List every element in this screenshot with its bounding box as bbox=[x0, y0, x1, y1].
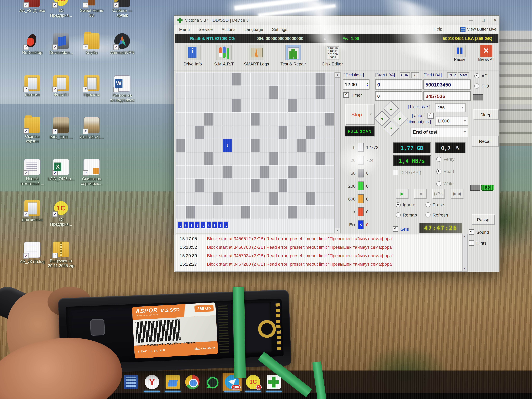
api-option[interactable]: API bbox=[474, 73, 489, 78]
desktop-icon-ом-к-[interactable]: ↗ом-К... bbox=[0, 117, 6, 139]
grid-option[interactable]: Grid bbox=[393, 226, 409, 232]
timer-option[interactable]: Timer bbox=[343, 92, 362, 98]
desktop-icon-выгрузка-от[interactable]: ↗Выгрузка от 29.11.2025.zip bbox=[46, 241, 76, 268]
desktop-icon-новый[interactable]: ↗Новый текстовый ... bbox=[17, 159, 48, 186]
end-max-button[interactable]: MAX bbox=[458, 72, 469, 78]
desktop-icon-mium-[interactable]: ↗mium... bbox=[0, 200, 6, 222]
sleep-button[interactable]: Sleep bbox=[473, 109, 499, 120]
back-button[interactable]: ◀ bbox=[414, 189, 427, 199]
desktop-icon-x64-exe[interactable]: ↗x64.exe bbox=[0, 159, 6, 181]
log-scroll-up-icon[interactable]: ▲ bbox=[463, 234, 467, 239]
timer-checkbox[interactable] bbox=[343, 92, 349, 98]
desktop-icon-гопла-[interactable]: ↗гопла... ЮЛ bbox=[0, 241, 6, 269]
scroll-up-icon[interactable]: ▲ bbox=[335, 72, 340, 78]
desktop-icon-t-net[interactable]: ↗t.net bbox=[0, 75, 6, 98]
action-radio[interactable] bbox=[396, 202, 401, 207]
desktop-icon-список-на[interactable]: ↗Список на эл.подп.docx bbox=[107, 75, 137, 102]
pio-option[interactable]: PIO bbox=[474, 83, 489, 89]
toolbar-logs-button[interactable]: SMART Logs bbox=[242, 45, 271, 66]
map-scrollbar[interactable]: ▲ ▼ bbox=[335, 72, 341, 233]
desktop-icon-проекты[interactable]: ↗Проекты bbox=[76, 75, 107, 97]
block-size-select[interactable]: 256▼ bbox=[435, 103, 466, 112]
title-bar[interactable]: Victoria 5.37 HDD/SSD | Device 3 — □ ✕ bbox=[174, 16, 499, 25]
toolbar-info-button[interactable]: Drive Info bbox=[178, 45, 207, 66]
view-buffer-live[interactable]: View Buffer Live bbox=[460, 25, 496, 34]
taskbar-file-explorer[interactable] bbox=[163, 373, 182, 391]
toolbar-pause-button[interactable]: Pause bbox=[448, 45, 472, 62]
mode-write[interactable]: Write bbox=[436, 181, 454, 186]
passp-button[interactable]: Passp bbox=[472, 215, 495, 225]
menu-actions[interactable]: Actions bbox=[222, 27, 235, 32]
end-time-spinner[interactable]: ▲▼ bbox=[366, 82, 368, 87]
log-scroll-down-icon[interactable]: ▼ bbox=[463, 267, 467, 271]
seek-error-button[interactable]: ▷?◁ bbox=[432, 189, 445, 199]
taskbar-app-window[interactable] bbox=[121, 373, 140, 391]
desktop-icon-sweet-home[interactable]: ↗Sweet Home 3D bbox=[76, 0, 107, 18]
stop-dropdown-icon[interactable]: ▼ bbox=[367, 104, 374, 125]
taskbar-1c-app[interactable]: 1 bbox=[244, 373, 263, 391]
taskbar-yandex-browser[interactable] bbox=[142, 373, 161, 391]
recall-button[interactable]: Recall bbox=[472, 136, 499, 147]
desktop-icon-aa_v3-2-log[interactable]: ↗AA_v3 (2).log bbox=[17, 241, 48, 264]
auto-checkbox[interactable] bbox=[427, 113, 434, 119]
timer-end-field[interactable]: 3457536 bbox=[424, 91, 471, 101]
ddd-option[interactable]: DDD (API) bbox=[393, 170, 421, 175]
minimize-button[interactable]: — bbox=[469, 18, 473, 23]
pio-radio[interactable] bbox=[474, 83, 479, 89]
end-cur-button[interactable]: CUR bbox=[447, 72, 457, 78]
action-refresh[interactable]: Refresh bbox=[425, 212, 448, 217]
toolbar-test-button[interactable]: Test & Repair bbox=[279, 45, 307, 66]
end-time-field[interactable]: 12:00 ▲▼ bbox=[343, 79, 369, 89]
start-lba-field[interactable]: 0 bbox=[375, 79, 422, 89]
action-radio[interactable] bbox=[425, 212, 431, 217]
desktop-icon-1с[interactable]: ↗1С Предприя... bbox=[46, 0, 76, 18]
hints-option[interactable]: Hints bbox=[469, 240, 486, 246]
taskbar-green-cross-app[interactable] bbox=[264, 373, 283, 391]
menu-help[interactable]: Help bbox=[434, 25, 442, 34]
nav-right-button[interactable]: ▶ bbox=[393, 111, 408, 126]
desktop-icon-capture-[interactable]: ↗Capture — ярлык bbox=[107, 0, 137, 18]
desktop-icon-esk[interactable]: ↗esk bbox=[0, 33, 6, 55]
desktop-icon-deviceman-[interactable]: ↗DeviceMan... bbox=[46, 33, 76, 55]
desktop-icon-клубы[interactable]: ↗Клубы bbox=[76, 33, 107, 55]
end-lba-field[interactable]: 500103450 bbox=[424, 79, 471, 89]
mode-verify[interactable]: Verify bbox=[436, 157, 455, 162]
toolbar-smart-button[interactable]: S.M.A.R.T bbox=[210, 45, 238, 66]
action-remap[interactable]: Remap bbox=[396, 212, 417, 217]
toolbar-edit-button[interactable]: Disk Editor bbox=[318, 45, 347, 66]
desktop-icon-law_7445-a-[interactable]: ↗LAW_7445.a... bbox=[46, 159, 76, 181]
desktop-icon-фгистп[interactable]: ↗ФгисТП bbox=[46, 75, 76, 97]
desktop-icon-для-киоска[interactable]: ↗Для киоска bbox=[17, 200, 48, 222]
api-radio[interactable] bbox=[474, 73, 479, 78]
taskbar-whatsapp[interactable] bbox=[203, 373, 222, 391]
desktop-icon-список-на[interactable]: ↗Список на сертифик... bbox=[76, 159, 107, 186]
action-ignore[interactable]: Ignore bbox=[396, 202, 415, 207]
start-cur-button[interactable]: CUR bbox=[400, 72, 410, 78]
timer-start-field[interactable]: 0 bbox=[375, 91, 422, 101]
desktop-icon-2025-05-21-[interactable]: ↗2025-05-21... bbox=[76, 117, 107, 139]
menu-language[interactable]: Language bbox=[244, 27, 263, 32]
menu-menu[interactable]: Menu bbox=[179, 27, 190, 32]
desktop-icon-amneziavpn[interactable]: ↗AmneziaVPN bbox=[107, 33, 137, 55]
taskbar-chrome[interactable] bbox=[183, 373, 202, 391]
menu-settings[interactable]: Settings bbox=[272, 27, 287, 32]
maximize-button[interactable]: □ bbox=[482, 18, 485, 23]
sound-checkbox[interactable] bbox=[469, 229, 474, 235]
desktop-icon-логотип[interactable]: ↗Логотип bbox=[17, 75, 48, 97]
play-button[interactable]: ▶ bbox=[396, 189, 408, 199]
desktop-icon-img_3311-[interactable]: ↗IMG_3311.... bbox=[46, 117, 76, 139]
desktop-icon-rudesktop[interactable]: ↗RuDesktop bbox=[17, 33, 48, 55]
mode-radio[interactable] bbox=[436, 181, 441, 186]
action-erase[interactable]: Erase bbox=[425, 202, 444, 207]
scroll-down-icon[interactable]: ▼ bbox=[335, 228, 340, 233]
log-scrollbar[interactable]: ▲ ▼ bbox=[462, 234, 467, 271]
action-radio[interactable] bbox=[425, 202, 431, 207]
ddd-checkbox[interactable] bbox=[393, 170, 398, 175]
end-of-test-select[interactable]: End of test▼ bbox=[411, 127, 468, 137]
grid-checkbox[interactable] bbox=[393, 226, 398, 232]
action-radio[interactable] bbox=[396, 212, 401, 217]
mode-radio[interactable] bbox=[436, 157, 441, 162]
desktop-icon-aa_v3-2-exe[interactable]: ↗AA_v3 (2).exe bbox=[17, 0, 48, 13]
seek-end-button[interactable]: ▶|◀ bbox=[450, 189, 463, 199]
mode-read[interactable]: Read bbox=[436, 169, 454, 174]
